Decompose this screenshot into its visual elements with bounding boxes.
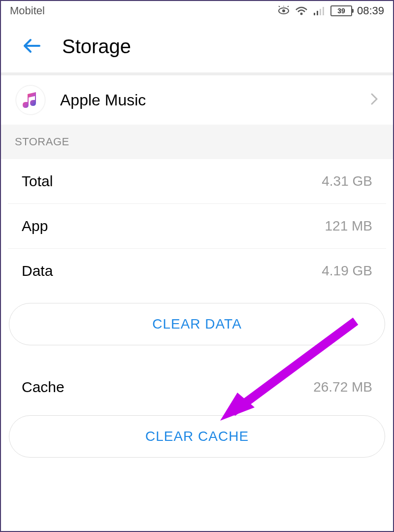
svg-rect-6 bbox=[314, 13, 315, 15]
cache-label: Cache bbox=[22, 379, 65, 396]
total-row: Total 4.31 GB bbox=[8, 159, 386, 204]
clock-time: 08:39 bbox=[357, 4, 384, 17]
cache-section: Cache 26.72 MB CLEAR CACHE bbox=[1, 360, 393, 472]
svg-rect-8 bbox=[320, 9, 321, 15]
clear-cache-button[interactable]: CLEAR CACHE bbox=[9, 415, 385, 458]
svg-rect-7 bbox=[317, 11, 318, 15]
data-label: Data bbox=[22, 263, 53, 279]
svg-point-1 bbox=[282, 9, 285, 12]
total-value: 4.31 GB bbox=[322, 173, 372, 189]
app-info-row[interactable]: Apple Music bbox=[1, 75, 393, 125]
status-icons: 39 08:39 bbox=[277, 4, 384, 17]
storage-section-header: STORAGE bbox=[1, 125, 393, 159]
status-bar: Mobitel 39 08:39 bbox=[1, 1, 393, 21]
svg-rect-9 bbox=[323, 7, 324, 15]
signal-icon bbox=[313, 6, 326, 16]
data-value: 4.19 GB bbox=[322, 263, 372, 279]
total-label: Total bbox=[22, 173, 53, 190]
back-arrow-icon[interactable] bbox=[21, 36, 42, 57]
app-label: App bbox=[22, 218, 48, 234]
svg-point-5 bbox=[300, 13, 302, 15]
clear-data-button[interactable]: CLEAR DATA bbox=[9, 303, 385, 345]
clear-cache-container: CLEAR CACHE bbox=[1, 405, 393, 472]
svg-line-4 bbox=[288, 6, 289, 7]
svg-line-2 bbox=[279, 6, 280, 7]
page-title: Storage bbox=[62, 35, 131, 58]
chevron-right-icon bbox=[370, 93, 378, 107]
app-row: App 121 MB bbox=[8, 204, 386, 249]
app-value: 121 MB bbox=[325, 218, 373, 234]
cache-value: 26.72 MB bbox=[313, 379, 372, 395]
cache-row: Cache 26.72 MB bbox=[8, 365, 386, 405]
wifi-icon bbox=[295, 6, 308, 16]
eye-comfort-icon bbox=[277, 6, 290, 16]
battery-percent: 39 bbox=[337, 7, 345, 15]
battery-icon: 39 bbox=[330, 5, 352, 16]
carrier-label: Mobitel bbox=[10, 4, 45, 17]
page-header: Storage bbox=[1, 21, 393, 72]
apple-music-icon bbox=[16, 85, 45, 115]
data-row: Data 4.19 GB bbox=[8, 249, 386, 293]
clear-data-container: CLEAR DATA bbox=[1, 293, 393, 360]
app-name-label: Apple Music bbox=[60, 91, 356, 109]
